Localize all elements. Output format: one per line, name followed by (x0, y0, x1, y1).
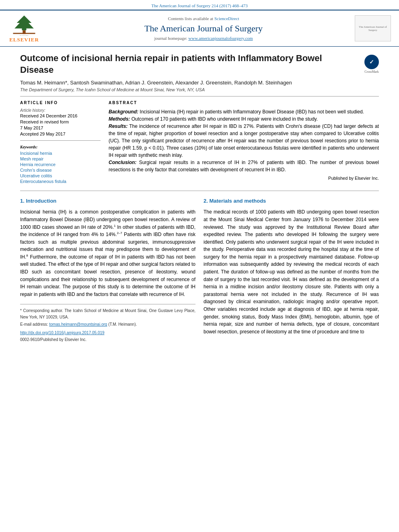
crossmark-svg: ✓ (367, 57, 376, 67)
homepage-link[interactable]: www.americanjournalofsurgery.com (188, 36, 253, 41)
article-title: Outcome of incisional hernia repair in p… (20, 53, 364, 76)
elsevier-tree-icon: ELSEVIER (8, 14, 40, 36)
journal-title: The American Journal of Surgery (64, 23, 343, 34)
elsevier-brand-text: ELSEVIER (9, 37, 39, 43)
article-title-section: Outcome of incisional hernia repair in p… (20, 53, 379, 76)
keywords-title: Keywords: (20, 145, 101, 149)
footnote-email-link[interactable]: tomas.heimann@mountsinai.org (49, 322, 107, 327)
issn-line: 0002-9610/Published by Elsevier Inc. (20, 337, 195, 343)
body-columns: 1. Introduction Incisional hernia (IH) i… (20, 197, 379, 343)
main-divider (20, 191, 379, 191)
conclusion-text: Surgical repair results in a recurrence … (109, 160, 379, 173)
background-text: Incisional Hernia (IH) repair in patient… (140, 109, 364, 115)
article-history: Article history: Received 24 December 20… (20, 108, 101, 136)
article-info-abstract: ARTICLE INFO Article history: Received 2… (20, 101, 379, 185)
history-label: Article history: (20, 108, 101, 113)
journal-header-center: Contents lists available at ScienceDirec… (64, 16, 343, 41)
background-label: Background: (109, 109, 138, 115)
keyword-5: Ulcerative colitis (20, 173, 101, 178)
abstract-text: Background: Incisional Hernia (IH) repai… (109, 108, 379, 173)
content-area: Outcome of incisional hernia repair in p… (0, 47, 399, 351)
elsevier-logo-area: ELSEVIER ELSEVIER (8, 14, 64, 43)
crossmark-label: CrossMark (364, 70, 379, 74)
methods-text: Outcomes of 170 patients with IBD who un… (132, 116, 318, 122)
journal-header: ELSEVIER ELSEVIER Contents lists availab… (0, 10, 399, 47)
svg-rect-2 (13, 33, 35, 34)
journal-thumbnail: The American Journal of Surgery (355, 15, 391, 41)
journal-thumbnail-area: The American Journal of Surgery (343, 15, 391, 41)
intro-paragraph: Incisional hernia (IH) is a common posto… (20, 208, 195, 298)
svg-marker-1 (14, 16, 34, 31)
article-info-title: ARTICLE INFO (20, 101, 101, 105)
article-info: ARTICLE INFO Article history: Received 2… (20, 101, 101, 185)
svg-text:✓: ✓ (369, 59, 374, 65)
results-text: The incidence of recurrence after IH rep… (109, 123, 379, 158)
received-revised-date: 7 May 2017 (20, 125, 101, 130)
body-col-left: 1. Introduction Incisional hernia (IH) i… (20, 197, 195, 343)
divider-keywords (20, 140, 101, 141)
footnote-email: E-mail address: tomas.heimann@mountsinai… (20, 321, 195, 328)
journal-citation: The American Journal of Surgery 214 (201… (0, 0, 399, 10)
elsevier-logo: ELSEVIER ELSEVIER (8, 14, 40, 43)
received-revised-label: Received in revised form (20, 119, 101, 124)
abstract-title: ABSTRACT (109, 101, 379, 105)
keyword-1: Incisional hernia (20, 151, 101, 156)
conclusion-label: Conclusion: (109, 160, 136, 165)
doi-anchor[interactable]: http://dx.doi.org/10.1016/j.amjsurg.2017… (20, 331, 105, 335)
footnote-area: * Corresponding author. The Icahn School… (20, 304, 195, 343)
keyword-4: Crohn's disease (20, 168, 101, 173)
crossmark-badge: ✓ CrossMark (364, 55, 379, 74)
keyword-3: Hernia recurrence (20, 162, 101, 167)
sciencedirect-line: Contents lists available at ScienceDirec… (64, 16, 343, 21)
received-date: Received 24 December 2016 (20, 113, 101, 118)
authors: Tomas M. Heimann*, Santosh Swaminathan, … (20, 80, 379, 86)
methods-label: Methods: (109, 116, 130, 122)
keywords-section: Keywords: Incisional hernia Mesh repair … (20, 145, 101, 184)
svg-text:ELSEVIER: ELSEVIER (20, 35, 29, 36)
results-label: Results: (109, 123, 128, 129)
doi-link: http://dx.doi.org/10.1016/j.amjsurg.2017… (20, 330, 195, 336)
keyword-2: Mesh repair (20, 156, 101, 161)
published-by: Published by Elsevier Inc. (109, 176, 379, 181)
methods-paragraph: The medical records of 1000 patients wit… (204, 208, 379, 335)
affiliation: The Department of Surgery, The Icahn Sch… (20, 87, 379, 92)
crossmark-icon: ✓ (364, 55, 379, 69)
intro-title: 1. Introduction (20, 197, 195, 205)
journal-homepage: journal homepage: www.americanjournalofs… (64, 36, 343, 41)
body-col-right: 2. Materials and methods The medical rec… (204, 197, 379, 343)
accepted-date: Accepted 29 May 2017 (20, 131, 101, 136)
footnote-corresponding: * Corresponding author. The Icahn School… (20, 308, 195, 320)
divider-1 (20, 96, 379, 97)
methods-title: 2. Materials and methods (204, 197, 379, 205)
sciencedirect-link[interactable]: ScienceDirect (214, 16, 239, 21)
abstract-section: ABSTRACT Background: Incisional Hernia (… (109, 101, 379, 185)
keyword-6: Enterocutaneous fistula (20, 179, 101, 184)
